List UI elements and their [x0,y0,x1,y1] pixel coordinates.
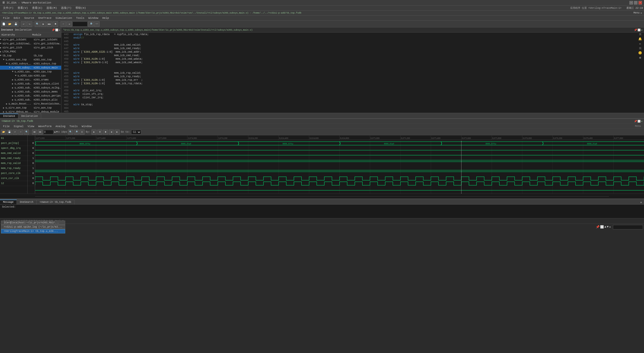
wave-signal-9[interactable]: 12 [0,181,27,186]
hierarchy-row-10[interactable]: ▶u_e203_soc...e203_srams [0,78,61,82]
wave-menu-waveform[interactable]: Waveform [36,124,53,128]
menu-tools[interactable]: Tools [74,16,86,20]
wave-menu-tools[interactable]: Tools [67,124,80,128]
hierarchy-row-8[interactable]: ▼u_e203_cpu_tope203_cpu_top [0,70,61,74]
hierarchy-row-2[interactable]: ▶sirv_gnt_itchsirv_gnt_itch [0,46,61,50]
taskbar-icon5[interactable]: ✕ [609,225,611,229]
menu-options1[interactable]: 选项(M) [44,6,59,10]
maximize-btn[interactable]: □ [634,1,637,5]
tb-undo[interactable]: ↩ [21,21,26,27]
code-content[interactable]: 443 assign fio_icb_rsp_rdata = nypfio_ic… [61,33,644,113]
tb-new[interactable]: 📄 [1,21,7,27]
wave-tb-find[interactable]: 🔍 [24,130,29,135]
hierarchy-row-7[interactable]: ▼u_e203_subsys...e203_subsys_main [0,66,61,70]
wave-pin[interactable]: 📌 [634,120,637,123]
hierarchy-content[interactable]: ▼sirv_gnt_icb2ahtsirv_gnt_icb2aht▼sirv_g… [0,38,61,113]
menu-view1[interactable]: 查看(V) [16,6,30,10]
tb-zoom-in[interactable]: 🔎 [88,21,94,27]
hier-expand[interactable]: ⬜ [55,29,58,32]
hierarchy-row-3[interactable]: ▶LTCH_PROC [0,50,61,54]
tb-redo[interactable]: ↪ [27,21,32,27]
tb-stop[interactable]: ■ [53,21,58,27]
expand-icon-4[interactable]: ▼ [0,54,3,57]
expand-icon-8[interactable]: ▼ [12,70,15,73]
minimize-btn[interactable]: ─ [629,1,633,5]
hierarchy-row-15[interactable]: ▶u_e203_subsys...e203_subsys_plic [0,98,61,102]
wave-menu-file[interactable]: File [1,124,12,128]
wave-tb-save[interactable]: 💾 [7,130,12,135]
wave-goto-select[interactable]: G1 [131,130,141,134]
wave-menu-signal[interactable]: Signal [12,124,26,128]
wave-tb-zoom-out[interactable]: 🔎 [74,130,79,135]
wave-close[interactable]: ✕ [641,120,642,123]
hierarchy-row-12[interactable]: ▶u_e203_subsys...e203_subsys_nclkgen [0,86,61,90]
tb-save[interactable]: 💾 [13,21,19,27]
tb-run[interactable]: ▶▶ [47,21,52,27]
menu-source[interactable]: Source [22,16,36,20]
taskbar-item-0[interactable]: ICer@localhost:~/ic_prjs/e203_hbir... [1,221,65,225]
panel-close[interactable]: ✕ [640,12,642,15]
wave-tb-fit[interactable]: ⊡ [79,130,85,135]
wave-tb-prev2[interactable]: ◀ [109,130,114,135]
expand-icon-10[interactable]: ▶ [12,78,15,81]
menu-edit2[interactable]: Edit [12,16,22,20]
expand-icon-17[interactable]: ▶ [3,107,6,109]
menu-file2[interactable]: File [1,16,12,20]
expand-icon-12[interactable]: ▶ [12,86,15,89]
wave-menu-analog[interactable]: Analog [53,124,67,128]
hierarchy-row-1[interactable]: ▼sirv_gnt_icb32towishb8sirv_gnt_icb32tow… [0,42,61,46]
wave-tb-next2[interactable]: ⏭ [38,130,43,135]
taskbar-icon1[interactable]: 📌 [596,225,600,229]
msg-close[interactable]: ✕ [638,201,644,204]
menu-file[interactable]: 文件(F) [1,6,16,10]
tb-step[interactable]: → [60,21,66,27]
hierarchy-row-13[interactable]: ▶u_e203_subsys...e203_subsys_mems [0,90,61,94]
hierarchy-row-9[interactable]: ▼u_e203_cpue203_cpu [0,74,61,78]
wave-time-input[interactable] [43,130,53,134]
wave-tb-next3[interactable]: ▶ [115,130,120,135]
wave-signal-3[interactable]: mem_cmd_valid [0,151,27,156]
expand-icon-1[interactable]: ▼ [0,42,3,45]
panel-btn1[interactable]: Menu [633,12,639,15]
tab-instance[interactable]: Instance [0,114,18,118]
hierarchy-row-17[interactable]: ▶u_sirv_aon_topsirv_aon_top [0,106,61,110]
tab-wave2[interactable]: <nWave:2> tb_top.fsdb [37,200,74,204]
tab-message[interactable]: Message [0,200,17,204]
wave-tb-play[interactable]: ▶ [92,130,97,135]
menu-window[interactable]: Window [86,16,100,20]
expand-icon-16[interactable]: ▶ [6,103,9,105]
taskbar-icon3[interactable]: ▲ [604,225,606,229]
wave-signal-7[interactable]: pect_core_clk [0,171,27,176]
tb-next[interactable]: ⇥ [66,21,72,27]
tab-declaration[interactable]: Declaration [18,114,41,118]
expand-icon-0[interactable]: ▼ [0,38,3,41]
expand-icon-9[interactable]: ▼ [15,74,18,77]
wave-tb-cut[interactable]: ✂ [18,130,23,135]
hierarchy-row-11[interactable]: ▶u_e203_subsys...e203_subsys_clint [0,82,61,86]
tb-compile[interactable]: ▶ [41,21,46,27]
hierarchy-row-4[interactable]: ▼tb_toptb_top [0,54,61,58]
wave-menu-view[interactable]: View [26,124,36,128]
expand-icon-5[interactable]: ▼ [3,58,6,61]
hierarchy-row-14[interactable]: ▶u_e203_subsys...e203_subsys_perips [0,94,61,98]
wave-tb-undo[interactable]: ↩ [13,130,18,135]
wave-tb-stop2[interactable]: ■ [103,130,108,135]
tab-onesearch[interactable]: OneSearch [17,200,37,204]
wave-signal-6[interactable]: mem_rsp_ready [0,166,27,171]
wave-signal-2[interactable]: spect_dbg_irq [0,146,27,151]
wave-signal-5[interactable]: mem_rsp_valid [0,161,27,166]
wave-signal-1[interactable]: pect_pc[31p] [0,141,27,146]
menu-options2[interactable]: 选项(T) [59,6,73,10]
wave-tb-prev[interactable]: ⏮ [32,130,37,135]
code-pin[interactable]: 📌 [634,29,637,32]
menu-onetrace[interactable]: OneTrace [36,16,53,20]
code-expand[interactable]: ⬜ [637,29,640,32]
wave-tb-pause[interactable]: ⏸ [97,130,102,135]
wave-menu-window[interactable]: Window [80,124,94,128]
taskbar-icon4[interactable]: ▼ [607,225,609,229]
hierarchy-row-0[interactable]: ▼sirv_gnt_icb2ahtsirv_gnt_icb2aht [0,38,61,42]
expand-icon-7[interactable]: ▼ [9,66,12,69]
expand-icon-11[interactable]: ▶ [12,82,15,85]
menu-edit[interactable]: 查看(E) [30,6,45,10]
wave-expand[interactable]: ⬜ [637,120,640,123]
